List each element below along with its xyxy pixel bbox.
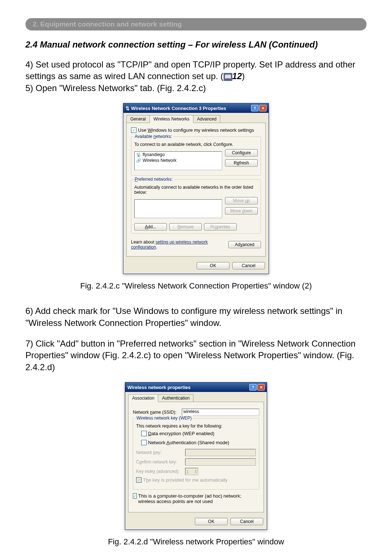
dialog-title: Wireless network properties — [127, 385, 191, 390]
ssid-input[interactable]: wireless — [182, 409, 259, 416]
wep-hint: This network requires a key for the foll… — [136, 424, 256, 429]
data-encryption-label: Data encryption (WEP enabled) — [148, 431, 215, 436]
available-networks-title: Available networks: — [134, 134, 173, 139]
key-index-spinner: 1 ▲▼ — [185, 468, 198, 475]
tab-wireless-networks[interactable]: Wireless Networks — [150, 115, 193, 123]
wep-group-title: Wireless network key (WEP) — [135, 416, 193, 421]
spinner-arrows-icon: ▲▼ — [195, 469, 197, 474]
tab-association[interactable]: Association — [128, 394, 158, 402]
movedown-button: Move down — [225, 207, 258, 214]
wireless-network-properties-dialog: Wireless network properties ? ✕ Associat… — [125, 382, 267, 530]
ok-button[interactable]: OK — [197, 262, 229, 269]
tabs: General Wireless Networks Advanced — [123, 113, 269, 123]
data-encryption-checkbox[interactable] — [141, 431, 147, 436]
network-name: flysandiego — [143, 152, 165, 157]
dialog-title: Wireless Network Connection 3 Properties — [131, 106, 226, 111]
instruction-4-5: 4) Set used protocol as "TCP/IP" and ope… — [25, 59, 367, 94]
network-key-label: Network key: — [136, 450, 185, 455]
antenna-icon: 📡 — [136, 152, 141, 157]
properties-button: Properties — [204, 223, 237, 230]
cancel-button[interactable]: Cancel — [232, 262, 265, 269]
step-5-text: 5) Open "Wireless Networks" tab. (Fig. 2… — [25, 83, 206, 93]
ok-button[interactable]: OK — [195, 518, 228, 525]
figure-2-caption: Fig. 2.4.2.d "Wireless network Propertie… — [25, 537, 367, 547]
titlebar: ⇅ Wireless Network Connection 3 Properti… — [123, 103, 269, 113]
step-7-text: 7) Click "Add" button in "Preferred netw… — [25, 338, 367, 373]
list-item[interactable]: 📡 flysandiego — [135, 152, 222, 158]
subheading: 2.4 Manual network connection setting – … — [25, 40, 367, 50]
moveup-button: Move up — [225, 197, 258, 204]
preferred-networks-list[interactable] — [134, 199, 222, 218]
close-icon[interactable]: ✕ — [259, 105, 266, 111]
step-6-text: 6) Add check mark for "Use Windows to co… — [25, 305, 367, 329]
help-icon[interactable]: ? — [251, 105, 258, 111]
figure-1-caption: Fig. 2.4.2.c "Wireless Network Connectio… — [25, 281, 367, 291]
step-4-text: 4) Set used protocol as "TCP/IP" and ope… — [25, 60, 355, 81]
wireless-connection-properties-dialog: ⇅ Wireless Network Connection 3 Properti… — [123, 103, 269, 274]
tab-advanced[interactable]: Advanced — [193, 115, 220, 123]
network-icon: 🔗 — [136, 158, 141, 163]
use-windows-label: Use Windows to configure my wireless net… — [138, 127, 254, 133]
add-button[interactable]: Add... — [134, 223, 167, 230]
help-icon[interactable]: ? — [249, 384, 257, 391]
titlebar: Wireless network properties ? ✕ — [125, 383, 267, 392]
section-header: 2. Equipment connection and network sett… — [25, 18, 367, 30]
learn-about-text: Learn about setting up wireless network … — [131, 240, 228, 250]
adhoc-checkbox[interactable]: ✓ — [133, 493, 137, 499]
auto-key-label: The key is provided for me automatically — [143, 477, 228, 483]
available-networks-list[interactable]: 📡 flysandiego 🔗 Wireless Network — [134, 151, 222, 170]
step-4-end: ) — [242, 71, 245, 81]
confirm-key-label: Confirm network key: — [136, 459, 185, 465]
advanced-button[interactable]: Advanced — [228, 241, 261, 248]
network-auth-checkbox[interactable] — [141, 440, 147, 445]
tabs: Association Authentication — [125, 392, 267, 402]
tab-authentication[interactable]: Authentication — [158, 394, 193, 402]
preferred-networks-group: Preferred networks: Automatically connec… — [131, 179, 261, 234]
refresh-button[interactable]: Refresh — [225, 159, 258, 167]
available-hint: To connect to an available network, clic… — [134, 142, 258, 147]
network-key-input — [185, 449, 256, 456]
network-name: Wireless Network — [143, 158, 176, 163]
auto-key-checkbox: ✓ — [136, 477, 142, 483]
ref-number: 12 — [232, 71, 242, 81]
adhoc-label: This is a computer-to-computer (ad hoc) … — [138, 493, 259, 504]
close-icon[interactable]: ✕ — [257, 384, 265, 391]
remove-button: Remove — [169, 223, 202, 230]
preferred-hint: Automatically connect to available netwo… — [134, 185, 258, 195]
cancel-button[interactable]: Cancel — [230, 518, 263, 525]
configure-button[interactable]: Configure — [225, 149, 258, 156]
preferred-networks-title: Preferred networks: — [134, 177, 174, 182]
ssid-label: Network name (SSID): — [133, 410, 182, 415]
key-index-label: Key index (advanced): — [136, 469, 185, 474]
available-networks-group: Available networks: To connect to an ava… — [131, 136, 261, 176]
network-connection-icon: ⇅ — [126, 106, 130, 111]
wep-group: Wireless network key (WEP) This network … — [133, 418, 259, 490]
network-auth-label: Network Authentication (Shared mode) — [148, 440, 229, 445]
confirm-key-input — [185, 458, 256, 466]
list-item[interactable]: 🔗 Wireless Network — [135, 158, 222, 163]
book-icon: 📖 — [224, 73, 232, 81]
use-windows-checkbox[interactable]: ✓ — [131, 127, 136, 133]
tab-general[interactable]: General — [126, 115, 150, 123]
